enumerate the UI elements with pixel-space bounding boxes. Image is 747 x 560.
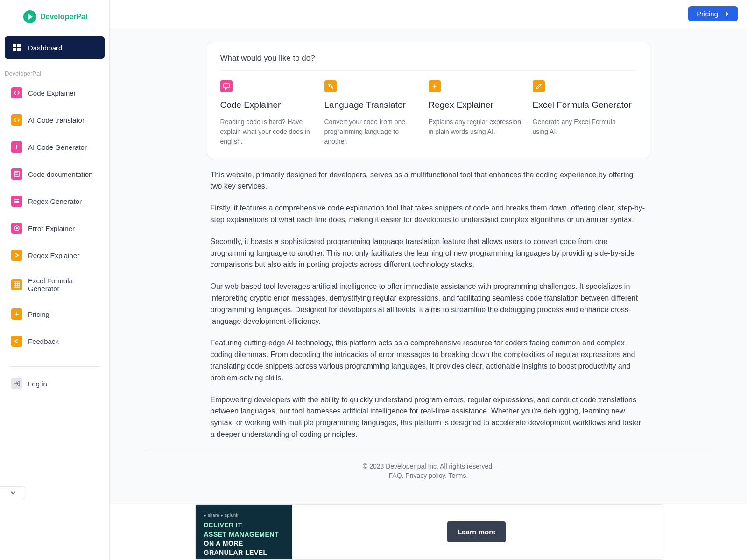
feature-title: Excel Formula Generator <box>533 99 632 112</box>
nav-regex-generator[interactable]: Regex Generator <box>5 190 105 212</box>
feature-desc: Generate any Excel Formula using AI. <box>533 117 632 137</box>
nav-dashboard[interactable]: Dashboard <box>5 36 105 59</box>
pricing-icon <box>11 308 22 320</box>
nav-label: Feedback <box>28 337 59 345</box>
nav-label: Regex Explainer <box>28 252 79 259</box>
nav-label: Code Explainer <box>28 89 76 97</box>
svg-rect-12 <box>14 282 20 287</box>
svg-rect-1 <box>17 44 21 47</box>
content: What would you like to do? Code Explaine… <box>110 28 747 503</box>
nav-label: Regex Generator <box>28 197 82 205</box>
sidebar: DeveloperPal Dashboard DeveloperPal Code… <box>0 0 110 560</box>
ad-inner[interactable]: ▸ share ▸ splunk DELIVER IT ASSET MANAGE… <box>195 504 662 560</box>
topbar: Pricing <box>110 0 747 28</box>
nav-code-translator[interactable]: AI Code translator <box>5 109 105 131</box>
footer: © 2023 Developer pal Inc. All rights res… <box>144 451 713 488</box>
chevron-down-icon <box>9 489 17 497</box>
nav-code-documentation[interactable]: Code documentation <box>5 163 105 185</box>
sparkle-icon <box>429 80 441 92</box>
chat-icon <box>220 80 233 92</box>
feature-excel-formula-generator[interactable]: Excel Formula Generator Generate any Exc… <box>533 80 637 147</box>
svg-rect-3 <box>17 48 21 51</box>
nav-label: AI Code translator <box>28 116 85 124</box>
pricing-button[interactable]: Pricing <box>688 6 738 21</box>
nav-label: AI Code Generator <box>28 143 87 151</box>
feature-desc: Reading code is hard? Have explain what … <box>220 117 320 147</box>
features-card: What would you like to do? Code Explaine… <box>207 42 650 158</box>
translate-icon <box>324 80 337 92</box>
paragraph: Empowering developers with the ability t… <box>211 394 647 441</box>
nav-label: Excel Formula Generator <box>28 277 98 293</box>
code-generator-icon <box>11 141 22 153</box>
paragraph: Firstly, it features a comprehensive cod… <box>211 203 647 226</box>
paragraph: Secondly, it boasts a sophisticated prog… <box>211 236 647 271</box>
logo-icon <box>23 10 36 23</box>
nav-error-explainer[interactable]: Error Explainer <box>5 217 105 239</box>
card-title: What would you like to do? <box>220 54 637 71</box>
feature-title: Regex Explainer <box>429 99 528 112</box>
feature-title: Language Translator <box>324 99 424 112</box>
svg-point-11 <box>16 228 18 229</box>
svg-rect-17 <box>224 84 229 88</box>
learn-more-button[interactable]: Learn more <box>447 521 506 542</box>
login-icon <box>11 378 22 389</box>
code-translator-icon <box>11 114 22 126</box>
arrow-right-icon <box>722 10 729 18</box>
pricing-label: Pricing <box>697 10 718 18</box>
nav-label: Error Explainer <box>28 224 75 232</box>
description-paragraphs: This website, primarily designed for dev… <box>207 169 650 441</box>
footer-terms-link[interactable]: Terms <box>448 472 466 479</box>
svg-rect-2 <box>13 48 16 51</box>
feedback-icon <box>11 336 22 347</box>
divider <box>9 366 100 367</box>
footer-privacy-link[interactable]: Privacy policy <box>405 472 445 479</box>
feature-code-explainer[interactable]: Code Explainer Reading code is hard? Hav… <box>220 80 324 147</box>
nav-excel-formula-generator[interactable]: Excel Formula Generator <box>5 271 105 298</box>
nav-code-generator[interactable]: AI Code Generator <box>5 136 105 158</box>
pencil-icon <box>533 80 545 92</box>
feature-desc: Explains any regular expression in plain… <box>429 117 528 137</box>
expand-tab[interactable] <box>0 486 26 499</box>
svg-rect-0 <box>13 44 16 47</box>
nav-regex-explainer[interactable]: Regex Explainer <box>5 244 105 266</box>
paragraph: Our web-based tool leverages artificial … <box>211 281 647 327</box>
error-explainer-icon <box>11 223 22 234</box>
logo-text: DeveloperPal <box>40 13 87 21</box>
footer-faq-link[interactable]: FAQ <box>389 472 402 479</box>
nav-feedback[interactable]: Feedback <box>5 330 105 352</box>
nav-code-explainer[interactable]: Code Explainer <box>5 82 105 104</box>
documentation-icon <box>11 168 22 180</box>
main: Pricing What would you like to do? Code … <box>110 0 747 560</box>
nav-pricing[interactable]: Pricing <box>5 303 105 325</box>
copyright: © 2023 Developer pal Inc. All rights res… <box>144 462 713 470</box>
paragraph: This website, primarily designed for dev… <box>211 169 647 193</box>
feature-language-translator[interactable]: Language Translator Convert your code fr… <box>324 80 429 147</box>
nav-login[interactable]: Log in <box>5 372 105 395</box>
excel-icon <box>11 279 22 290</box>
regex-explainer-icon <box>11 250 22 261</box>
section-label: DeveloperPal <box>0 67 109 82</box>
ad-image: ▸ share ▸ splunk DELIVER IT ASSET MANAGE… <box>196 505 292 559</box>
dashboard-icon <box>11 42 22 53</box>
feature-title: Code Explainer <box>220 99 320 112</box>
regex-generator-icon <box>11 196 22 207</box>
paragraph: Featuring cutting-edge AI technology, th… <box>211 337 647 384</box>
feature-desc: Convert your code from one programming l… <box>324 117 424 147</box>
nav-label: Log in <box>28 380 47 388</box>
nav-label: Code documentation <box>28 170 92 178</box>
ad-banner: ▸ share ▸ splunk DELIVER IT ASSET MANAGE… <box>110 503 747 560</box>
logo[interactable]: DeveloperPal <box>0 0 109 33</box>
feature-regex-explainer[interactable]: Regex Explainer Explains any regular exp… <box>429 80 533 147</box>
nav-label: Dashboard <box>28 44 62 52</box>
nav-label: Pricing <box>28 310 49 318</box>
code-explainer-icon <box>11 87 22 98</box>
